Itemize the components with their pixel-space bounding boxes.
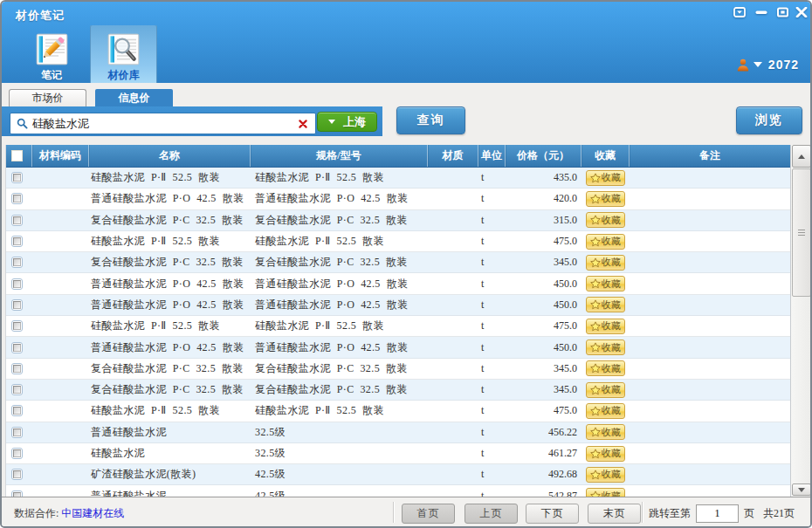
favorite-button[interactable]: 收藏 bbox=[586, 319, 625, 334]
cell-name: 复合硅酸盐水泥 P·C 32.5 散装 bbox=[89, 359, 251, 379]
favorite-button[interactable]: 收藏 bbox=[586, 234, 625, 250]
user-menu[interactable]: 2072 bbox=[736, 58, 799, 72]
row-checkbox[interactable] bbox=[11, 384, 23, 395]
row-checkbox[interactable] bbox=[11, 299, 23, 311]
clear-search-button[interactable] bbox=[299, 120, 307, 128]
row-checkbox[interactable] bbox=[11, 342, 23, 353]
row-checkbox[interactable] bbox=[11, 448, 23, 459]
favorite-button[interactable]: 收藏 bbox=[586, 255, 625, 271]
favorite-button[interactable]: 收藏 bbox=[586, 297, 625, 312]
favorite-button[interactable]: 收藏 bbox=[586, 212, 625, 228]
row-checkbox[interactable] bbox=[11, 405, 23, 416]
page-number-input[interactable] bbox=[696, 504, 739, 523]
favorite-button-label: 收藏 bbox=[602, 319, 621, 333]
row-checkbox[interactable] bbox=[11, 320, 23, 332]
skin-menu-button[interactable] bbox=[732, 4, 747, 19]
table-row[interactable]: 普通硅酸盐水泥 P·O 42.5 散装普通硅酸盐水泥 P·O 42.5 散装t4… bbox=[6, 337, 790, 358]
cell-code bbox=[32, 422, 89, 442]
cooperation-link[interactable]: 中国建材在线 bbox=[61, 507, 124, 519]
cell-spec: 32.5级 bbox=[251, 422, 428, 442]
window-title: 材价笔记 bbox=[16, 8, 65, 24]
cell-material bbox=[428, 210, 478, 230]
table-row[interactable]: 复合硅酸盐水泥 P·C 32.5 散装复合硅酸盐水泥 P·C 32.5 散装t3… bbox=[6, 380, 790, 401]
cell-price: 345.0 bbox=[506, 359, 581, 379]
table-row[interactable]: 复合硅酸盐水泥 P·C 32.5 散装复合硅酸盐水泥 P·C 32.5 散装t3… bbox=[6, 252, 790, 273]
minimize-button[interactable] bbox=[754, 4, 769, 19]
city-dropdown[interactable]: 上海 bbox=[317, 112, 377, 132]
tab-information-price[interactable]: 信息价 bbox=[95, 89, 173, 106]
favorite-button[interactable]: 收藏 bbox=[586, 382, 625, 398]
table-row[interactable]: 普通硅酸盐水泥 P·O 42.5 散装普通硅酸盐水泥 P·O 42.5 散装t4… bbox=[6, 295, 790, 316]
last-page-button[interactable]: 末页 bbox=[588, 504, 641, 524]
favorite-button[interactable]: 收藏 bbox=[586, 403, 625, 419]
row-checkbox[interactable] bbox=[11, 236, 23, 247]
cell-material bbox=[428, 380, 478, 400]
scroll-up-button[interactable] bbox=[792, 145, 811, 168]
favorite-button[interactable]: 收藏 bbox=[586, 339, 625, 355]
scrollbar-thumb[interactable] bbox=[792, 168, 811, 297]
cell-unit: t bbox=[478, 295, 506, 315]
column-header-material: 材质 bbox=[428, 145, 478, 167]
maximize-button[interactable] bbox=[774, 4, 790, 19]
favorite-button[interactable]: 收藏 bbox=[586, 170, 625, 186]
star-icon bbox=[590, 237, 601, 247]
table-row[interactable]: 硅酸盐水泥 P·Ⅱ 52.5 散装硅酸盐水泥 P·Ⅱ 52.5 散装t475.0… bbox=[6, 316, 790, 337]
query-button[interactable]: 查询 bbox=[396, 106, 465, 134]
row-checkbox[interactable] bbox=[11, 278, 23, 290]
table-row[interactable]: 普通硅酸盐水泥32.5级t456.22收藏 bbox=[6, 422, 790, 443]
star-icon bbox=[590, 342, 601, 353]
row-checkbox[interactable] bbox=[11, 469, 23, 480]
table-row[interactable]: 硅酸盐水泥 P·Ⅱ 52.5 散装硅酸盐水泥 P·Ⅱ 52.5 散装t475.0… bbox=[6, 231, 790, 252]
tab-market-price[interactable]: 市场价 bbox=[9, 89, 86, 106]
favorite-button[interactable]: 收藏 bbox=[586, 467, 625, 483]
table-row[interactable]: 普通硅酸盐水泥 P·O 42.5 散装普通硅酸盐水泥 P·O 42.5 散装t4… bbox=[6, 189, 790, 209]
favorite-button-label: 收藏 bbox=[602, 468, 621, 481]
cell-remark bbox=[630, 401, 790, 421]
row-checkbox[interactable] bbox=[11, 427, 23, 438]
app-window: 材价笔记 bbox=[0, 0, 812, 528]
next-page-button[interactable]: 下页 bbox=[526, 504, 579, 524]
select-all-checkbox[interactable] bbox=[11, 150, 23, 161]
favorite-button[interactable]: 收藏 bbox=[586, 446, 625, 462]
thumb-grip-line bbox=[798, 230, 805, 230]
row-checkbox[interactable] bbox=[11, 363, 23, 374]
table-row[interactable]: 矿渣硅酸盐水泥(散装)42.5级t492.68收藏 bbox=[6, 464, 790, 485]
toolbar-button-notes[interactable]: 笔记 bbox=[19, 25, 84, 83]
cell-name: 普通硅酸盐水泥 P·O 42.5 散装 bbox=[89, 295, 251, 315]
scroll-down-button[interactable] bbox=[792, 483, 811, 496]
cell-spec: 复合硅酸盐水泥 P·C 32.5 散装 bbox=[251, 210, 428, 230]
table-row[interactable]: 复合硅酸盐水泥 P·C 32.5 散装复合硅酸盐水泥 P·C 32.5 散装t3… bbox=[6, 359, 790, 380]
search-input[interactable]: 硅酸盐水泥 bbox=[10, 113, 316, 134]
first-page-button[interactable]: 首页 bbox=[402, 504, 455, 524]
favorite-button[interactable]: 收藏 bbox=[586, 191, 625, 207]
vertical-scrollbar bbox=[790, 145, 811, 497]
favorite-button[interactable]: 收藏 bbox=[586, 276, 625, 291]
browse-button[interactable]: 浏览 bbox=[736, 106, 802, 134]
table-row[interactable]: 普通硅酸盐水泥42.5级t542.87收藏 bbox=[6, 485, 790, 497]
favorite-button[interactable]: 收藏 bbox=[586, 488, 625, 497]
cell-price: 461.27 bbox=[506, 443, 581, 463]
cell-unit: t bbox=[478, 401, 506, 421]
favorite-button[interactable]: 收藏 bbox=[586, 360, 625, 376]
row-checkbox[interactable] bbox=[11, 172, 23, 183]
close-button[interactable] bbox=[794, 4, 809, 19]
table-row[interactable]: 普通硅酸盐水泥 P·O 42.5 散装普通硅酸盐水泥 P·O 42.5 散装t4… bbox=[6, 273, 790, 294]
row-checkbox[interactable] bbox=[11, 490, 23, 497]
favorite-button[interactable]: 收藏 bbox=[586, 424, 625, 440]
table-row[interactable]: 硅酸盐水泥32.5级t461.27收藏 bbox=[6, 443, 790, 464]
column-header-price: 价格（元） bbox=[506, 145, 581, 167]
star-icon bbox=[590, 278, 601, 289]
table-row[interactable]: 硅酸盐水泥 P·Ⅱ 52.5 散装硅酸盐水泥 P·Ⅱ 52.5 散装t475.0… bbox=[6, 401, 790, 422]
cell-material bbox=[428, 464, 478, 484]
page-jump: 跳转至第 页 共21页 bbox=[649, 504, 795, 524]
prev-page-button[interactable]: 上页 bbox=[464, 504, 518, 524]
search-band: 硅酸盐水泥 上海 bbox=[2, 106, 382, 136]
row-checkbox[interactable] bbox=[11, 215, 23, 226]
table-row[interactable]: 复合硅酸盐水泥 P·C 32.5 散装复合硅酸盐水泥 P·C 32.5 散装t3… bbox=[6, 210, 790, 231]
cell-unit: t bbox=[478, 210, 506, 230]
row-checkbox[interactable] bbox=[11, 193, 23, 204]
toolbar-button-price-library[interactable]: 材价库 bbox=[90, 25, 157, 83]
table-row[interactable]: 硅酸盐水泥 P·Ⅱ 52.5 散装硅酸盐水泥 P·Ⅱ 52.5 散装t435.0… bbox=[6, 168, 790, 189]
cell-name: 硅酸盐水泥 bbox=[89, 443, 251, 463]
row-checkbox[interactable] bbox=[11, 257, 23, 268]
